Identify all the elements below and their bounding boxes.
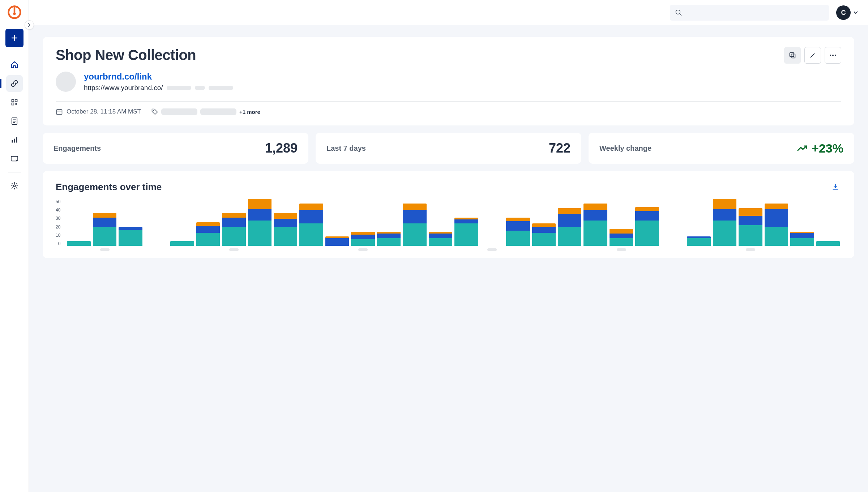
chart-bar[interactable] <box>67 241 90 246</box>
y-tick: 10 <box>56 233 60 238</box>
chart-card: Engagements over time 50403020100 <box>43 171 854 258</box>
chart-bar[interactable] <box>377 232 401 246</box>
more-button[interactable] <box>825 47 841 64</box>
chart-bar[interactable] <box>196 222 220 246</box>
stat-value: 722 <box>549 141 570 156</box>
avatar: C <box>836 5 851 20</box>
sidebar-item-home[interactable] <box>6 56 23 73</box>
bar-segment <box>403 210 426 223</box>
chart-bar[interactable] <box>790 232 814 246</box>
gear-icon <box>10 182 18 190</box>
bar-segment <box>790 238 814 246</box>
sidebar-item-campaigns[interactable] <box>6 150 23 167</box>
stat-change: Weekly change +23% <box>589 133 854 164</box>
x-tick-placeholder <box>358 248 368 251</box>
x-tick-placeholder <box>487 248 497 251</box>
sidebar-item-qr[interactable] <box>6 94 23 111</box>
y-tick: 20 <box>56 224 60 230</box>
copy-button[interactable] <box>784 47 801 64</box>
x-tick <box>351 248 375 251</box>
bar-segment <box>635 211 659 221</box>
search-input[interactable] <box>670 5 829 21</box>
chart-bar[interactable] <box>635 207 659 246</box>
edit-button[interactable] <box>804 47 821 64</box>
chart-bar[interactable] <box>454 218 478 246</box>
x-tick <box>145 248 168 251</box>
bar-segment <box>739 208 762 216</box>
tag-chip[interactable] <box>161 108 197 115</box>
chart-bar[interactable] <box>274 213 297 246</box>
bar-segment <box>274 219 297 227</box>
bar-segment <box>713 209 736 221</box>
chart-x-axis <box>65 246 841 251</box>
chart-bar[interactable] <box>429 232 452 246</box>
bar-segment <box>351 232 375 235</box>
sidebar-item-analytics[interactable] <box>6 132 23 148</box>
nav-divider <box>8 172 21 172</box>
bar-segment <box>765 209 788 227</box>
chart-bar[interactable] <box>351 232 375 246</box>
svg-rect-17 <box>791 54 795 58</box>
chart-bar[interactable] <box>119 227 142 246</box>
x-tick <box>377 248 401 251</box>
analytics-icon <box>11 136 18 144</box>
bar-segment <box>93 227 116 246</box>
chart-bar[interactable] <box>610 229 633 246</box>
chart-bar[interactable] <box>765 204 788 246</box>
svg-point-26 <box>153 110 154 111</box>
avatar-initial: C <box>841 9 846 17</box>
create-new-button[interactable] <box>5 29 23 47</box>
sidebar-item-settings[interactable] <box>6 177 23 194</box>
placeholder-chip <box>209 86 233 90</box>
bar-segment <box>765 204 788 209</box>
svg-rect-3 <box>15 100 17 102</box>
svg-rect-22 <box>57 110 62 114</box>
bar-segment <box>532 227 556 233</box>
x-tick <box>558 248 581 251</box>
chart-bar[interactable] <box>170 241 194 246</box>
bar-segment <box>119 230 142 246</box>
chart-bar[interactable] <box>299 204 323 246</box>
chart-bar[interactable] <box>506 218 530 246</box>
chart-bar[interactable] <box>403 204 426 246</box>
chart-bar[interactable] <box>248 199 271 246</box>
sidebar-item-pages[interactable] <box>6 113 23 129</box>
expand-sidebar-button[interactable] <box>25 20 34 30</box>
bar-segment <box>403 204 426 210</box>
more-tags[interactable]: +1 more <box>239 109 260 115</box>
pages-icon <box>11 117 18 125</box>
chart-bar[interactable] <box>713 199 736 246</box>
bar-segment <box>765 227 788 246</box>
chart-bar[interactable] <box>325 236 349 246</box>
sidebar-item-links[interactable] <box>6 75 23 92</box>
x-tick <box>119 248 142 251</box>
account-menu[interactable]: C <box>836 5 858 20</box>
bar-segment <box>196 233 220 246</box>
chart-bar[interactable] <box>583 204 607 246</box>
bar-segment <box>248 199 271 209</box>
download-chart-button[interactable] <box>830 181 841 193</box>
search-icon <box>675 9 682 16</box>
chart-bar[interactable] <box>816 241 840 246</box>
svg-rect-2 <box>12 100 14 102</box>
bar-segment <box>739 216 762 225</box>
chart-area: 50403020100 <box>56 199 841 251</box>
svg-rect-10 <box>12 140 13 143</box>
chart-bar[interactable] <box>558 208 581 246</box>
stat-label: Engagements <box>54 144 101 153</box>
stat-value: 1,289 <box>265 141 298 156</box>
short-link[interactable]: yourbrnd.co/link <box>84 72 233 82</box>
bar-segment <box>196 226 220 232</box>
bar-segment <box>635 221 659 246</box>
bar-segment <box>222 227 245 246</box>
svg-point-20 <box>832 55 834 56</box>
page-title: Shop New Collection <box>56 47 196 63</box>
chart-bar[interactable] <box>93 213 116 246</box>
chart-bar[interactable] <box>687 236 710 246</box>
bar-segment <box>299 223 323 246</box>
chart-bar[interactable] <box>739 208 762 246</box>
chart-bar[interactable] <box>222 213 245 246</box>
tag-chip[interactable] <box>200 108 236 115</box>
svg-rect-18 <box>790 53 794 57</box>
chart-bar[interactable] <box>532 223 556 246</box>
